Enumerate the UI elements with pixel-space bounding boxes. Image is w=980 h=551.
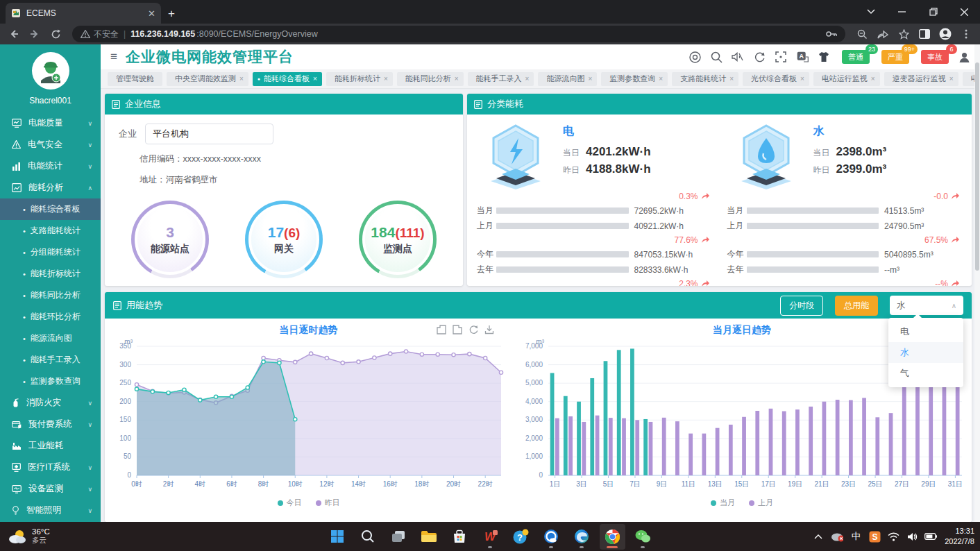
file-explorer-icon[interactable] bbox=[416, 524, 442, 550]
clock-widget[interactable]: 13:31 2022/7/8 bbox=[945, 526, 974, 547]
bookmark-star-icon[interactable] bbox=[895, 26, 912, 42]
tab-close-icon[interactable]: × bbox=[588, 75, 592, 83]
sidebar-item-device-monitor[interactable]: 设备监测 ∨ bbox=[0, 478, 101, 500]
alarm-badge-severe[interactable]: 严重 99+ bbox=[881, 50, 909, 64]
user-icon[interactable] bbox=[958, 51, 970, 63]
back-icon[interactable] bbox=[6, 26, 22, 42]
tab-close-icon[interactable]: × bbox=[384, 75, 388, 83]
tray-expand-icon[interactable] bbox=[812, 530, 825, 543]
legend-item[interactable]: 今日 bbox=[278, 498, 302, 508]
side-panel-icon[interactable] bbox=[916, 26, 933, 42]
dropdown-option[interactable]: 电 bbox=[888, 321, 963, 342]
mute-icon[interactable] bbox=[732, 51, 744, 63]
share-icon[interactable] bbox=[875, 26, 891, 42]
sidebar-submenu-item[interactable]: • 能耗综合看板 bbox=[0, 198, 101, 220]
quark-browser-icon[interactable] bbox=[539, 524, 564, 550]
sidebar-submenu-item[interactable]: • 支路能耗统计 bbox=[0, 220, 101, 241]
tab-close-icon[interactable]: × bbox=[659, 75, 663, 83]
tab-close-icon[interactable]: × bbox=[239, 75, 244, 83]
sidebar-item-smart-lighting[interactable]: 智能照明 ∨ bbox=[0, 500, 101, 521]
page-tab[interactable]: 能耗手工录入 × bbox=[468, 72, 534, 86]
security-warning[interactable]: 不安全 bbox=[81, 28, 119, 40]
page-tab[interactable]: 监测参数查询 × bbox=[601, 72, 668, 86]
weather-widget[interactable]: 36°C 多云 bbox=[7, 527, 50, 545]
period-button[interactable]: 分时段 bbox=[780, 296, 823, 316]
sidebar-submenu-item[interactable]: • 监测参数查询 bbox=[0, 371, 101, 392]
menu-collapse-icon[interactable]: ≡ bbox=[110, 50, 117, 64]
legend-item[interactable]: 当月 bbox=[711, 498, 735, 508]
reload-icon[interactable] bbox=[47, 26, 64, 42]
zoom-icon[interactable] bbox=[854, 26, 870, 42]
taskbar-search-icon[interactable] bbox=[355, 524, 381, 550]
wechat-icon[interactable] bbox=[630, 524, 656, 550]
search-icon[interactable] bbox=[710, 51, 723, 63]
refresh-icon[interactable] bbox=[753, 51, 766, 63]
support-icon[interactable] bbox=[688, 51, 701, 63]
alarm-badge-accident[interactable]: 事故 6 bbox=[921, 50, 949, 64]
page-tab[interactable]: 光伏综合看板 × bbox=[743, 72, 809, 86]
tab-search-icon[interactable] bbox=[855, 0, 886, 24]
page-scrollbar[interactable] bbox=[974, 44, 980, 522]
legend-item[interactable]: 上月 bbox=[749, 498, 773, 508]
microsoft-store-icon[interactable] bbox=[447, 524, 473, 550]
dropdown-option[interactable]: 水 bbox=[888, 342, 963, 363]
sidebar-item-prepaid-system[interactable]: 预付费系统 ∨ bbox=[0, 414, 101, 435]
start-button[interactable] bbox=[325, 524, 350, 550]
energy-type-select[interactable]: 水 ∧ bbox=[890, 296, 963, 315]
wps-office-icon[interactable]: W bbox=[478, 524, 503, 550]
sidebar-item-fire-alarm[interactable]: 消防火灾 ∨ bbox=[0, 392, 101, 414]
tab-close-icon[interactable]: × bbox=[800, 75, 804, 83]
edge-browser-icon[interactable] bbox=[569, 524, 595, 550]
task-view-icon[interactable] bbox=[386, 524, 412, 550]
toggle-line-icon[interactable] bbox=[437, 325, 446, 334]
user-avatar[interactable] bbox=[32, 52, 69, 90]
page-tab[interactable]: ● 能耗综合看板 × bbox=[253, 72, 322, 86]
sidebar-item-power-quality[interactable]: 电能质量 ∨ bbox=[0, 112, 101, 134]
sidebar-submenu-item[interactable]: • 能耗环比分析 bbox=[0, 306, 101, 328]
page-tab[interactable]: 电站运行监视 × bbox=[813, 72, 880, 86]
sogou-input-icon[interactable]: S bbox=[868, 530, 881, 543]
sidebar-item-electric-safety[interactable]: 电气安全 ∨ bbox=[0, 134, 101, 155]
page-tab[interactable]: 逆变器运行监视 × bbox=[884, 72, 958, 86]
page-tab[interactable]: 能耗同比分析 × bbox=[397, 72, 464, 86]
download-icon[interactable] bbox=[484, 325, 494, 334]
page-tab[interactable]: 能耗折标统计 × bbox=[326, 72, 393, 86]
sidebar-submenu-item[interactable]: • 分组能耗统计 bbox=[0, 241, 101, 263]
legend-item[interactable]: 昨日 bbox=[316, 498, 340, 508]
profile-avatar-icon[interactable] bbox=[937, 26, 954, 42]
sidebar-item-medical-it[interactable]: 医疗IT系统 ∨ bbox=[0, 457, 101, 478]
toggle-bar-icon[interactable] bbox=[453, 325, 462, 334]
sidebar-submenu-item[interactable]: • 能源流向图 bbox=[0, 328, 101, 349]
help-app-icon[interactable]: ? bbox=[508, 524, 534, 550]
tab-close-icon[interactable]: × bbox=[949, 75, 954, 83]
chrome-browser-icon[interactable] bbox=[600, 524, 625, 550]
theme-shirt-icon[interactable] bbox=[818, 51, 830, 63]
cloud-sync-error-icon[interactable] bbox=[831, 530, 843, 543]
sidebar-item-electric-statistics[interactable]: 电能统计 ∨ bbox=[0, 155, 101, 177]
sidebar-submenu-item[interactable]: • 能耗手工录入 bbox=[0, 349, 101, 371]
scrollbar-thumb[interactable] bbox=[975, 62, 979, 271]
hourly-line-chart-svg[interactable]: 050100150200250300350m³0时2时4时6时8时10时12时1… bbox=[105, 338, 511, 496]
translate-icon[interactable]: A bbox=[796, 51, 809, 63]
total-energy-button[interactable]: 总用能 bbox=[835, 296, 878, 316]
tab-close-icon[interactable]: × bbox=[871, 75, 875, 83]
battery-icon[interactable] bbox=[924, 530, 937, 543]
new-tab-button[interactable]: + bbox=[168, 7, 175, 24]
company-input[interactable] bbox=[145, 124, 273, 144]
page-tab[interactable]: 能源流向图 × bbox=[538, 72, 597, 86]
page-tab[interactable]: 中央空调能效监测 × bbox=[167, 72, 248, 86]
password-key-icon[interactable] bbox=[826, 31, 837, 37]
wifi-icon[interactable] bbox=[887, 530, 899, 543]
page-tab[interactable]: 支路能耗统计 × bbox=[672, 72, 738, 86]
forward-icon[interactable] bbox=[26, 26, 43, 42]
tab-close-icon[interactable]: ✕ bbox=[148, 8, 155, 19]
alarm-badge-normal[interactable]: 普通 23 bbox=[842, 50, 870, 64]
browser-menu-icon[interactable] bbox=[958, 26, 974, 42]
window-minimize-button[interactable] bbox=[886, 0, 918, 24]
tab-close-icon[interactable]: × bbox=[729, 75, 734, 83]
browser-tab[interactable]: ECEMS ✕ bbox=[6, 3, 161, 24]
volume-icon[interactable] bbox=[906, 530, 918, 543]
tab-close-icon[interactable]: × bbox=[455, 75, 459, 83]
ime-language-indicator[interactable]: 中 bbox=[850, 530, 862, 543]
window-close-button[interactable] bbox=[949, 0, 980, 24]
